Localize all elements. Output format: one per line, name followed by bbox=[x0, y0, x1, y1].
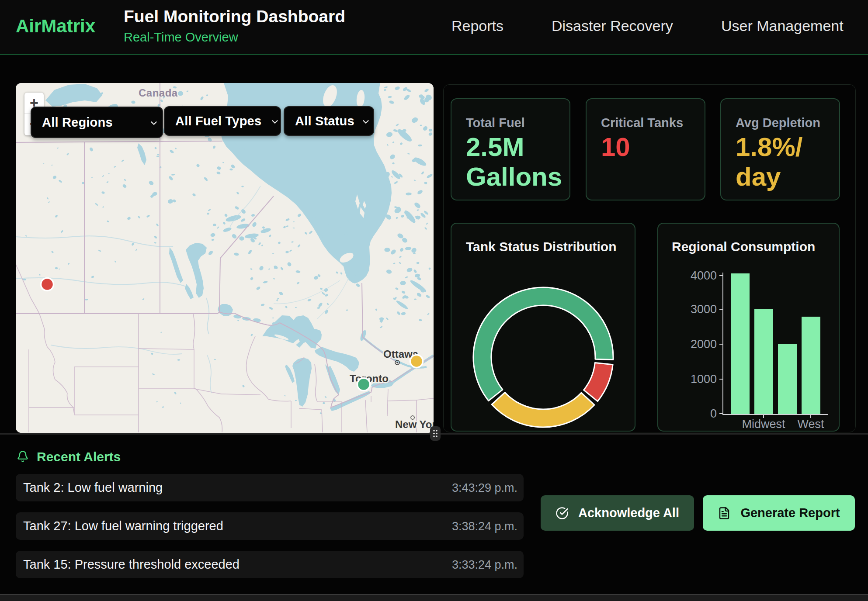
svg-text:Midwest: Midwest bbox=[742, 418, 785, 431]
svg-text:0: 0 bbox=[710, 407, 717, 420]
svg-text:1000: 1000 bbox=[691, 373, 717, 386]
svg-text:3000: 3000 bbox=[691, 303, 717, 316]
svg-text:Canada: Canada bbox=[139, 87, 178, 99]
svg-text:New York: New York bbox=[395, 418, 434, 430]
svg-text:West: West bbox=[797, 418, 824, 431]
svg-text:4000: 4000 bbox=[691, 269, 717, 282]
svg-text:2000: 2000 bbox=[691, 338, 717, 351]
